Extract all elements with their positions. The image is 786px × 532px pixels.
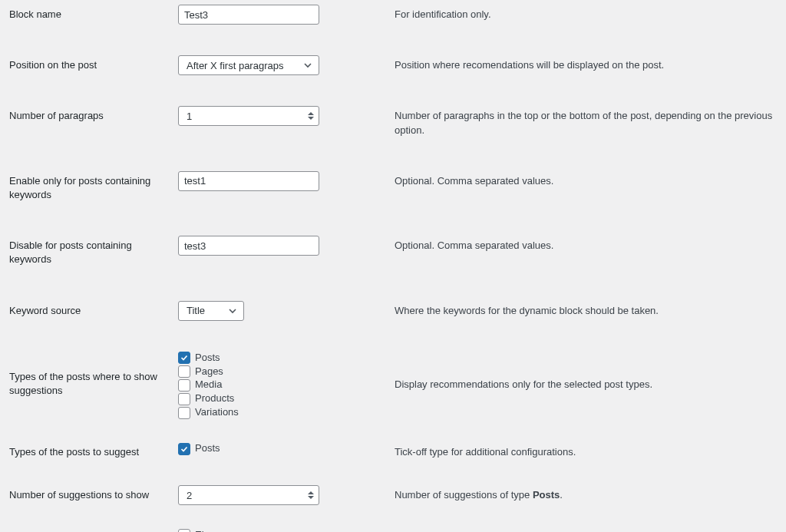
desc-num-suggest-posts: Number of suggestions of type Posts. (395, 482, 784, 508)
checkbox-label: Ebay (195, 529, 218, 532)
checkbox-products[interactable] (178, 393, 190, 405)
where-show-option[interactable]: Products (178, 392, 395, 405)
checkbox-pages[interactable] (178, 365, 190, 378)
suggest-ebay-option[interactable]: Ebay (178, 529, 395, 532)
label-keyword-source: Keyword source (9, 304, 170, 318)
label-enable-keywords: Enable only for posts containing keyword… (9, 174, 170, 202)
label-num-paragraphs: Number of paragraps (9, 109, 170, 123)
num-paragraphs-input[interactable] (178, 106, 319, 126)
block-name-input[interactable] (178, 5, 319, 25)
desc-disable-keywords: Optional. Comma separated values. (395, 233, 784, 259)
row-suggest-ebay: Types of the posts to suggest Ebay Tick-… (2, 526, 784, 532)
where-show-list: Posts Pages Media Products Variations (178, 352, 395, 419)
checkbox-label: Posts (195, 352, 220, 365)
checkbox-posts[interactable] (178, 352, 190, 364)
keyword-source-select[interactable]: Title (178, 301, 244, 321)
row-disable-keywords: Disable for posts containing keywords Op… (2, 233, 784, 273)
position-select-value: After X first paragraps (187, 60, 283, 71)
label-position: Position on the post (9, 58, 170, 72)
where-show-option[interactable]: Pages (178, 365, 395, 378)
where-show-option[interactable]: Media (178, 378, 395, 392)
suggest-posts-option[interactable]: Posts (178, 442, 395, 455)
checkbox-label: Pages (195, 365, 223, 378)
label-disable-keywords: Disable for posts containing keywords (9, 239, 170, 266)
desc-keyword-source: Where the keywords for the dynamic block… (395, 298, 784, 324)
chevron-down-icon (303, 61, 312, 70)
checkbox-media[interactable] (178, 379, 190, 392)
desc-block-name: For identification only. (395, 2, 784, 28)
disable-keywords-input[interactable] (178, 236, 319, 256)
chevron-down-icon (228, 306, 237, 316)
row-enable-keywords: Enable only for posts containing keyword… (2, 168, 784, 208)
desc-where-show: Display recommendations only for the sel… (395, 349, 784, 398)
where-show-option[interactable]: Variations (178, 406, 395, 419)
row-suggest-posts: Types of the posts to suggest Posts Tick… (2, 439, 784, 465)
label-block-name: Block name (9, 8, 170, 21)
desc-enable-keywords: Optional. Comma separated values. (395, 168, 784, 194)
checkbox-label: Media (195, 378, 222, 392)
row-position: Position on the post After X first parag… (2, 52, 784, 78)
desc-suggest-posts: Tick-off type for additional configurati… (395, 439, 784, 465)
position-select[interactable]: After X first paragraps (178, 55, 319, 75)
num-suggest-posts-input[interactable] (178, 485, 319, 505)
checkbox-label: Products (195, 392, 234, 405)
row-block-name: Block name For identification only. (2, 2, 784, 28)
row-num-paragraphs: Number of paragraps Number of paragraphs… (2, 103, 784, 143)
desc-num-paragraphs: Number of paragraphs in the top or the b… (395, 103, 784, 143)
row-num-suggest-posts: Number of suggestions to show Number of … (2, 482, 784, 508)
checkbox-label: Posts (195, 442, 220, 455)
desc-suggest-ebay: Tick-off type for additional configurati… (395, 526, 784, 532)
checkbox-suggest-ebay[interactable] (178, 529, 190, 532)
label-num-suggest-posts: Number of suggestions to show (9, 488, 170, 502)
row-keyword-source: Keyword source Title Where the keywords … (2, 298, 784, 324)
desc-position: Position where recomendations will be di… (395, 52, 784, 78)
checkbox-variations[interactable] (178, 407, 190, 419)
label-where-show: Types of the posts where to show suggest… (9, 370, 170, 398)
enable-keywords-input[interactable] (178, 171, 319, 191)
row-where-show: Types of the posts where to show suggest… (2, 349, 784, 422)
settings-form: Block name For identification only. Posi… (0, 0, 786, 532)
label-suggest-posts: Types of the posts to suggest (9, 445, 170, 459)
checkbox-suggest-posts[interactable] (178, 443, 190, 455)
checkbox-label: Variations (195, 406, 239, 419)
keyword-source-value: Title (187, 305, 205, 316)
where-show-option[interactable]: Posts (178, 352, 395, 365)
